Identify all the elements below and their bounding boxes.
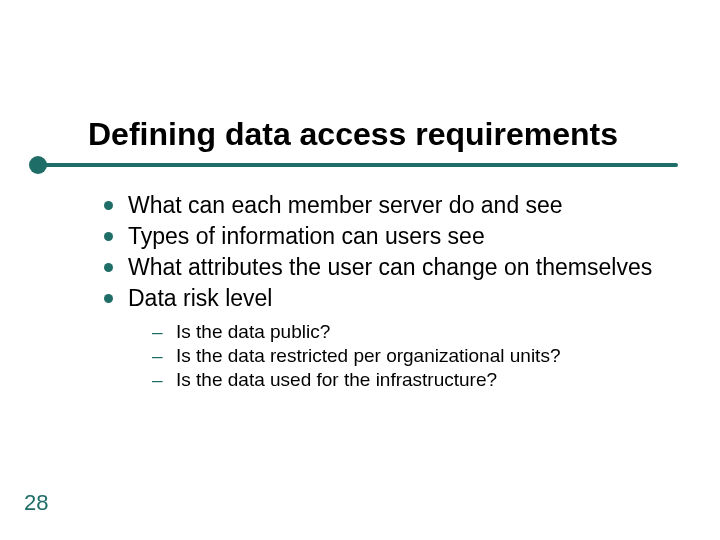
page-number: 28 [24,490,48,516]
sub-bullet-list: Is the data public? Is the data restrict… [100,320,690,393]
sub-bullet-item: Is the data used for the infrastructure? [152,368,690,392]
sub-bullet-item: Is the data restricted per organizationa… [152,344,690,368]
slide: Defining data access requirements What c… [0,0,720,540]
title-underline [42,163,678,167]
bullet-list: What can each member server do and see T… [100,191,690,314]
bullet-item: Types of information can users see [100,222,690,252]
slide-title: Defining data access requirements [88,116,618,153]
body-area: What can each member server do and see T… [100,190,690,393]
bullet-item: What can each member server do and see [100,191,690,221]
sub-bullet-item: Is the data public? [152,320,690,344]
bullet-item: Data risk level [100,284,690,314]
bullet-item: What attributes the user can change on t… [100,253,690,283]
